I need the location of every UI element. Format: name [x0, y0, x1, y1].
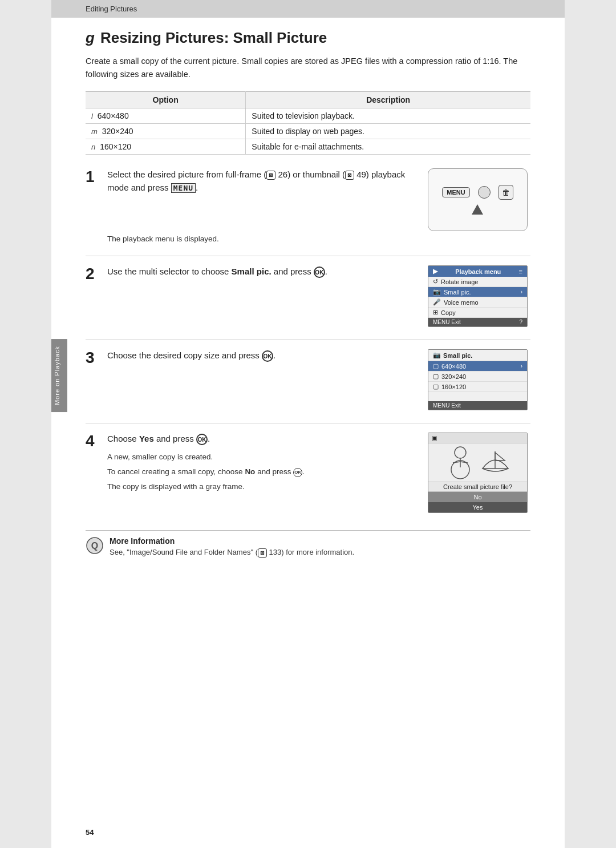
info-icon-svg: Q — [86, 536, 104, 555]
voice-icon: 🎤 — [433, 298, 441, 306]
menu-word: MENU — [171, 183, 196, 193]
step-2: 2 Use the multi selector to choose Small… — [86, 265, 530, 327]
camera-circle-button — [478, 186, 491, 199]
size-640-label: 640×480 — [441, 363, 466, 370]
dialog-caption: Create small picture file? — [428, 482, 527, 492]
table-cell-option: n 160×120 — [86, 139, 246, 155]
table-cell-desc-2: Suitable for e-mail attachments. — [246, 139, 530, 155]
more-info-text: See, "Image/Sound File and Folder Names"… — [110, 548, 354, 558]
smallpic-label: Small pic. — [444, 289, 471, 296]
chapter-title: g Resizing Pictures: Small Picture — [86, 29, 530, 47]
camera-menu-button: MENU — [442, 187, 469, 197]
row-letter-l: l — [91, 112, 93, 120]
size-320-label: 320×240 — [441, 373, 466, 380]
playback-menu-label: Playback menu — [455, 268, 501, 275]
dialog-photo-area — [428, 443, 527, 482]
section-label: Editing Pictures — [86, 5, 137, 13]
sidebar-label: More on Playback — [54, 346, 60, 405]
more-info-title: More Information — [110, 536, 354, 546]
svg-text:Q: Q — [91, 541, 98, 551]
size-160-icon: ▢ — [433, 383, 439, 390]
step-4-sub-2: To cancel creating a small copy, choose … — [107, 466, 418, 478]
dialog-no[interactable]: No — [428, 492, 527, 502]
footer-help-icon: ? — [519, 319, 522, 325]
smallpic-title-label: Small pic. — [443, 352, 472, 359]
table-header-option: Option — [86, 92, 246, 108]
size-640-icon: ▢ — [433, 362, 439, 370]
table-cell-option: m 320×240 — [86, 124, 246, 139]
ok-button-icon-2: OK — [262, 350, 273, 362]
dialog-header: ▣ — [428, 433, 527, 443]
step-2-content: Use the multi selector to choose Small p… — [107, 265, 530, 327]
menu-item-voice: 🎤 Voice memo — [428, 297, 527, 308]
step-4-sub-1: A new, smaller copy is created. — [107, 451, 418, 463]
size-item-160: ▢ 160×120 — [428, 382, 527, 392]
step-4-content: Choose Yes and press OK. A new, smaller … — [107, 433, 530, 513]
step-1: 1 Select the desired picture from full-f… — [86, 168, 530, 243]
step-4: 4 Choose Yes and press OK. A new, smalle… — [86, 433, 530, 513]
ref-icon-133: ⊠ — [258, 548, 267, 558]
step-3-content: Choose the desired copy size and press O… — [107, 349, 530, 410]
size-item-640: ▢ 640×480 › — [428, 361, 527, 371]
smallpic-title-icon: 📷 — [433, 352, 441, 359]
copy-icon: ⊞ — [433, 309, 438, 316]
footer-menu-exit: MENU Exit — [433, 319, 461, 325]
ok-button-icon-3: OK — [196, 434, 208, 445]
row-letter-n: n — [91, 143, 95, 151]
step-number-3: 3 — [86, 349, 107, 367]
size-640-arrow: › — [521, 363, 522, 369]
person-sketch — [445, 446, 476, 480]
step-2-image: ▶ Playback menu ≡ ↺ Rotate image 📷 Small… — [428, 265, 530, 327]
dialog-icon: ▣ — [432, 435, 437, 441]
yes-no-dialog: ▣ — [428, 433, 528, 513]
table-cell-desc-0: Suited to television playback. — [246, 108, 530, 124]
ref-icon-49: ⊠ — [345, 171, 354, 180]
copy-label: Copy — [441, 309, 456, 316]
playback-menu-footer: MENU Exit ? — [428, 318, 527, 326]
svg-line-3 — [453, 462, 460, 463]
table-cell-option: l 640×480 — [86, 108, 246, 124]
step-1-text: Select the desired picture from full-fra… — [107, 168, 418, 194]
table-cell-desc-1: Suited to display on web pages. — [246, 124, 530, 139]
step-1-content: Select the desired picture from full-fra… — [107, 168, 530, 243]
step-4-image: ▣ — [428, 433, 530, 513]
svg-line-4 — [460, 462, 468, 463]
chapter-letter: g — [86, 29, 95, 47]
more-info-icon: Q — [86, 536, 104, 555]
svg-point-0 — [455, 447, 466, 458]
ok-button-icon: OK — [314, 266, 325, 278]
intro-paragraph: Create a small copy of the current pictu… — [86, 55, 530, 81]
menu-item-smallpic: 📷 Small pic. › — [428, 287, 527, 297]
sidebar-tab: More on Playback — [51, 339, 67, 412]
menu-item-rotate: ↺ Rotate image — [428, 277, 527, 287]
page-number: 54 — [86, 828, 94, 837]
rotate-icon: ↺ — [433, 278, 438, 285]
more-info-content: More Information See, "Image/Sound File … — [110, 536, 354, 558]
size-160: 160×120 — [100, 142, 131, 151]
more-info-section: Q More Information See, "Image/Sound Fil… — [86, 530, 530, 558]
size-item-320: ▢ 320×240 — [428, 371, 527, 382]
arrow-up-icon — [472, 204, 483, 215]
menu-eq-icon: ≡ — [519, 268, 522, 275]
header-bar: Editing Pictures — [51, 0, 565, 18]
playback-menu-screen: ▶ Playback menu ≡ ↺ Rotate image 📷 Small… — [428, 265, 528, 327]
step-1-sub: The playback menu is displayed. — [107, 235, 530, 243]
table-header-description: Description — [246, 92, 530, 108]
rotate-label: Rotate image — [441, 278, 478, 285]
boat-sketch — [480, 446, 511, 480]
dialog-yes[interactable]: Yes — [428, 502, 527, 512]
ref-icon-26: ⊠ — [266, 171, 275, 180]
smallpic-icon-menu: 📷 — [433, 288, 441, 296]
step-number-2: 2 — [86, 265, 107, 283]
step-4-sub-3: The copy is displayed with a gray frame. — [107, 481, 418, 492]
step-1-image: MENU 🗑 — [428, 168, 530, 231]
row-letter-m: m — [91, 127, 98, 136]
camera-diagram: MENU 🗑 — [428, 168, 528, 231]
playback-icon: ▶ — [433, 268, 437, 275]
arrow-right-icon: › — [521, 289, 522, 295]
size-320-icon: ▢ — [433, 373, 439, 380]
camera-trash-button: 🗑 — [499, 185, 513, 200]
smallpic-screen-title: 📷 Small pic. — [428, 350, 527, 361]
step-3: 3 Choose the desired copy size and press… — [86, 349, 530, 410]
size-320: 320×240 — [102, 127, 133, 136]
